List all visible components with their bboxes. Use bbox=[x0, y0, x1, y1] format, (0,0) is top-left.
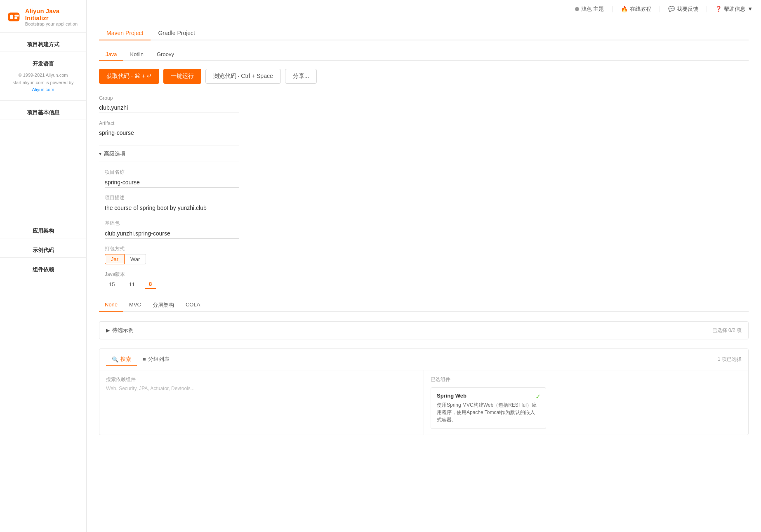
deps-search-hint: Web, Security, JPA, Actuator, Devtools..… bbox=[106, 386, 417, 391]
topbar-sep-1 bbox=[612, 6, 613, 12]
svg-rect-3 bbox=[14, 17, 17, 19]
sidebar-divider-4 bbox=[0, 120, 86, 120]
sidebar-project-method: 项目构建方式 bbox=[0, 33, 86, 52]
spring-web-card: Spring Web 使用Spring MVC构建Web（包括RESTful）应… bbox=[431, 387, 546, 429]
project-desc-label: 项目描述 bbox=[105, 194, 239, 201]
deps-count: 1 项已选择 bbox=[718, 356, 742, 363]
deps-section: 🔍 搜索 ≡ 分组列表 1 项已选择 搜索依赖组件 Web, Security,… bbox=[99, 348, 749, 435]
group-input[interactable] bbox=[99, 103, 239, 113]
group-field: Group bbox=[99, 95, 239, 113]
help-icon: ❓ bbox=[715, 6, 722, 12]
arch-cola-tab[interactable]: COLA bbox=[180, 299, 206, 312]
pack-options: Jar War bbox=[105, 254, 239, 264]
main-content: Maven Project Gradle Project Java Kotlin… bbox=[87, 18, 761, 532]
svg-rect-0 bbox=[8, 13, 19, 21]
version-options: 15 11 8 bbox=[105, 280, 239, 289]
sidebar-copyright: © 1999-2021 Aliyun.com start.aliyun.com … bbox=[6, 71, 80, 100]
advanced-toggle[interactable]: ▾ 高级选项 bbox=[99, 146, 239, 162]
pack-jar-button[interactable]: Jar bbox=[105, 254, 125, 264]
advanced-section: 项目名称 项目描述 基础包 打包方式 Jar War Java版本 bbox=[99, 169, 239, 289]
packaging-field: 打包方式 Jar War bbox=[105, 245, 239, 264]
search-icon: 🔍 bbox=[112, 356, 118, 363]
chevron-right-icon: ▶ bbox=[106, 327, 110, 333]
version-8-button[interactable]: 8 bbox=[145, 280, 156, 289]
artifact-field: Artifact bbox=[99, 120, 239, 138]
spring-web-check-icon: ✓ bbox=[535, 393, 541, 400]
deps-search-tab[interactable]: 🔍 搜索 bbox=[106, 353, 137, 366]
example-left: ▶ 待选示例 bbox=[106, 327, 134, 334]
share-button[interactable]: 分享... bbox=[285, 69, 317, 84]
deps-search-tabs: 🔍 搜索 ≡ 分组列表 bbox=[106, 353, 175, 366]
arch-none-tab[interactable]: None bbox=[99, 299, 123, 312]
spring-web-title: Spring Web bbox=[437, 393, 540, 399]
feedback-button[interactable]: 💬 我要反馈 bbox=[668, 5, 698, 13]
base-package-label: 基础包 bbox=[105, 220, 239, 227]
project-name-label: 项目名称 bbox=[105, 169, 239, 176]
theme-toggle[interactable]: 浅色 主题 bbox=[575, 5, 604, 13]
sidebar-example-code: 示例代码 bbox=[0, 238, 86, 257]
example-section: ▶ 待选示例 已选择 0/2 项 bbox=[99, 321, 749, 339]
language-tabs: Java Kotlin Groovy bbox=[99, 49, 749, 61]
topbar: 浅色 主题 🔥 在线教程 💬 我要反馈 ❓ 帮助信息 ▼ bbox=[87, 0, 761, 18]
project-desc-field: 项目描述 bbox=[105, 194, 239, 213]
deps-search-area: 搜索依赖组件 Web, Security, JPA, Actuator, Dev… bbox=[99, 370, 424, 435]
logo-subtitle: Bootstrap your application bbox=[25, 21, 80, 26]
arch-tabs: None MVC 分层架构 COLA bbox=[99, 299, 749, 312]
svg-rect-2 bbox=[14, 15, 19, 16]
project-name-input[interactable] bbox=[105, 177, 239, 188]
artifact-label: Artifact bbox=[99, 120, 239, 126]
project-desc-input[interactable] bbox=[105, 203, 239, 213]
base-package-input[interactable] bbox=[105, 228, 239, 239]
deps-list-tab[interactable]: ≡ 分组列表 bbox=[137, 353, 175, 366]
base-package-field: 基础包 bbox=[105, 220, 239, 239]
pack-war-button[interactable]: War bbox=[125, 254, 146, 264]
chevron-down-icon: ▾ bbox=[99, 151, 101, 157]
one-click-run-button[interactable]: 一键运行 bbox=[163, 69, 201, 84]
deps-header: 🔍 搜索 ≡ 分组列表 1 项已选择 bbox=[99, 349, 748, 370]
browse-code-button[interactable]: 浏览代码 · Ctrl + Space bbox=[205, 69, 281, 84]
sidebar-project-info: 项目基本信息 bbox=[0, 101, 86, 120]
tab-java[interactable]: Java bbox=[99, 49, 123, 61]
fire-icon: 🔥 bbox=[621, 6, 628, 12]
project-name-field: 项目名称 bbox=[105, 169, 239, 188]
logo-icon bbox=[7, 9, 21, 25]
deps-body: 搜索依赖组件 Web, Security, JPA, Actuator, Dev… bbox=[99, 370, 748, 435]
project-type-tabs: Maven Project Gradle Project bbox=[99, 26, 749, 40]
theme-dot bbox=[575, 7, 579, 11]
logo-text: Aliyun Java Initializr Bootstrap your ap… bbox=[25, 7, 80, 26]
feedback-icon: 💬 bbox=[668, 6, 675, 12]
sidebar: Aliyun Java Initializr Bootstrap your ap… bbox=[0, 0, 87, 532]
version-15-button[interactable]: 15 bbox=[105, 280, 119, 289]
example-header[interactable]: ▶ 待选示例 已选择 0/2 项 bbox=[99, 322, 748, 339]
tab-groovy[interactable]: Groovy bbox=[150, 49, 181, 61]
version-11-button[interactable]: 11 bbox=[125, 280, 139, 289]
get-code-button[interactable]: 获取代码 · ⌘ + ↵ bbox=[99, 69, 159, 84]
logo-title: Aliyun Java Initializr bbox=[25, 7, 80, 21]
help-button[interactable]: ❓ 帮助信息 ▼ bbox=[715, 5, 753, 13]
deps-search-label: 搜索依赖组件 bbox=[106, 376, 417, 383]
list-icon: ≡ bbox=[143, 356, 146, 363]
group-label: Group bbox=[99, 95, 239, 101]
logo: Aliyun Java Initializr Bootstrap your ap… bbox=[0, 0, 86, 32]
sidebar-app-arch: 应用架构 bbox=[0, 219, 86, 238]
action-bar: 获取代码 · ⌘ + ↵ 一键运行 浏览代码 · Ctrl + Space 分享… bbox=[99, 69, 749, 84]
deps-selected-area: 已选组件 Spring Web 使用Spring MVC构建Web（包括REST… bbox=[424, 370, 748, 435]
tab-gradle[interactable]: Gradle Project bbox=[151, 26, 202, 40]
topbar-sep-2 bbox=[660, 6, 660, 12]
deps-selected-label: 已选组件 bbox=[431, 376, 742, 383]
arch-layered-tab[interactable]: 分层架构 bbox=[147, 299, 180, 312]
svg-rect-1 bbox=[10, 15, 13, 19]
aliyun-link[interactable]: Aliyun.com bbox=[32, 87, 54, 92]
arch-section: None MVC 分层架构 COLA bbox=[99, 299, 749, 312]
java-version-field: Java版本 15 11 8 bbox=[105, 271, 239, 289]
java-version-label: Java版本 bbox=[105, 271, 239, 278]
arch-mvc-tab[interactable]: MVC bbox=[123, 299, 147, 312]
tab-kotlin[interactable]: Kotlin bbox=[123, 49, 150, 61]
sidebar-deps: 组件依赖 bbox=[0, 258, 86, 277]
spring-web-desc: 使用Spring MVC构建Web（包括RESTful）应用程序，使用Apach… bbox=[437, 401, 540, 424]
tutorial-button[interactable]: 🔥 在线教程 bbox=[621, 5, 651, 13]
tab-maven[interactable]: Maven Project bbox=[99, 26, 151, 40]
topbar-sep-3 bbox=[707, 6, 707, 12]
artifact-input[interactable] bbox=[99, 128, 239, 138]
example-count: 已选择 0/2 项 bbox=[712, 327, 742, 334]
